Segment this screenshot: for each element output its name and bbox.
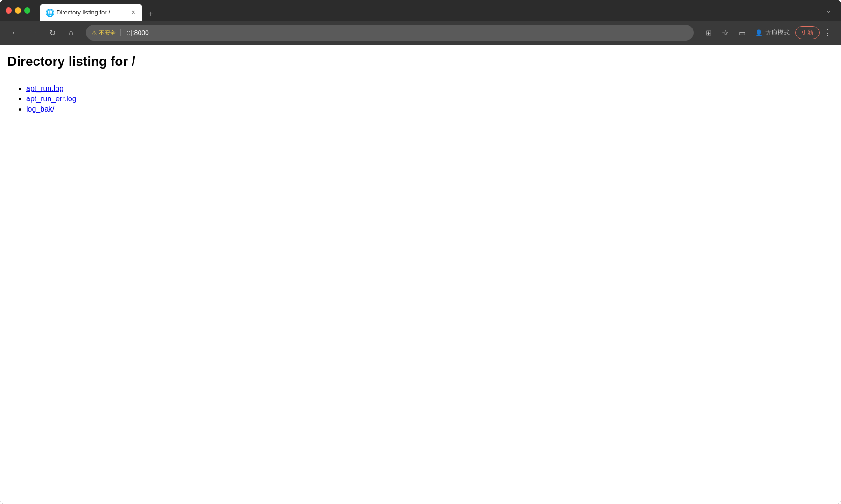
new-tab-button[interactable]: + bbox=[144, 7, 157, 21]
page-content: Directory listing for / apt_run.log apt_… bbox=[0, 45, 841, 504]
sidebar-icon[interactable]: ▭ bbox=[735, 25, 750, 40]
list-item: apt_run.log bbox=[26, 84, 834, 93]
home-button[interactable]: ⌂ bbox=[63, 25, 78, 40]
grid-icon[interactable]: ⊞ bbox=[701, 25, 716, 40]
nav-bar: ← → ↻ ⌂ ⚠ 不安全 | [::]:8000 ⊞ ☆ ▭ 👤 无痕模式 更… bbox=[0, 21, 841, 45]
minimize-button[interactable] bbox=[15, 7, 21, 14]
tab-title: Directory listing for / bbox=[56, 9, 126, 16]
window-controls-right: ⌄ bbox=[822, 5, 835, 16]
star-icon[interactable]: ☆ bbox=[718, 25, 733, 40]
update-button[interactable]: 更新 bbox=[795, 26, 820, 39]
warning-icon: ⚠ bbox=[91, 29, 97, 36]
page-title: Directory listing for / bbox=[7, 54, 834, 69]
tab-close-icon[interactable]: ✕ bbox=[129, 8, 137, 16]
address-bar[interactable]: ⚠ 不安全 | [::]:8000 bbox=[86, 25, 694, 41]
incognito-label: 无痕模式 bbox=[765, 28, 790, 37]
file-list: apt_run.log apt_run_err.log log_bak/ bbox=[7, 75, 834, 123]
file-link-2[interactable]: apt_run_err.log bbox=[26, 95, 77, 103]
more-icon[interactable]: ⋮ bbox=[821, 28, 834, 38]
chevron-down-icon[interactable]: ⌄ bbox=[822, 5, 835, 16]
forward-button[interactable]: → bbox=[26, 25, 41, 40]
list-item: apt_run_err.log bbox=[26, 95, 834, 103]
bottom-divider bbox=[7, 123, 834, 123]
tab-bar: 🌐 Directory listing for / ✕ + bbox=[40, 0, 819, 21]
incognito-icon: 👤 bbox=[755, 29, 763, 36]
security-label: 不安全 bbox=[99, 29, 116, 37]
browser-window: 🌐 Directory listing for / ✕ + ⌄ ← → ↻ ⌂ … bbox=[0, 0, 841, 504]
title-bar: 🌐 Directory listing for / ✕ + ⌄ bbox=[0, 0, 841, 21]
list-item: log_bak/ bbox=[26, 105, 834, 113]
address-separator: | bbox=[119, 28, 121, 37]
maximize-button[interactable] bbox=[24, 7, 30, 14]
traffic-lights bbox=[6, 7, 30, 14]
address-text: [::]:8000 bbox=[125, 29, 149, 36]
reload-button[interactable]: ↻ bbox=[45, 25, 60, 40]
back-button[interactable]: ← bbox=[7, 25, 22, 40]
incognito-button[interactable]: 👤 无痕模式 bbox=[751, 27, 793, 39]
active-tab[interactable]: 🌐 Directory listing for / ✕ bbox=[40, 4, 142, 21]
globe-icon: 🌐 bbox=[45, 8, 53, 16]
file-link-1[interactable]: apt_run.log bbox=[26, 84, 63, 92]
security-warning: ⚠ 不安全 bbox=[91, 29, 116, 37]
close-button[interactable] bbox=[6, 7, 12, 14]
file-link-3[interactable]: log_bak/ bbox=[26, 105, 55, 113]
nav-right-icons: ⊞ ☆ ▭ 👤 无痕模式 更新 ⋮ bbox=[701, 25, 834, 40]
